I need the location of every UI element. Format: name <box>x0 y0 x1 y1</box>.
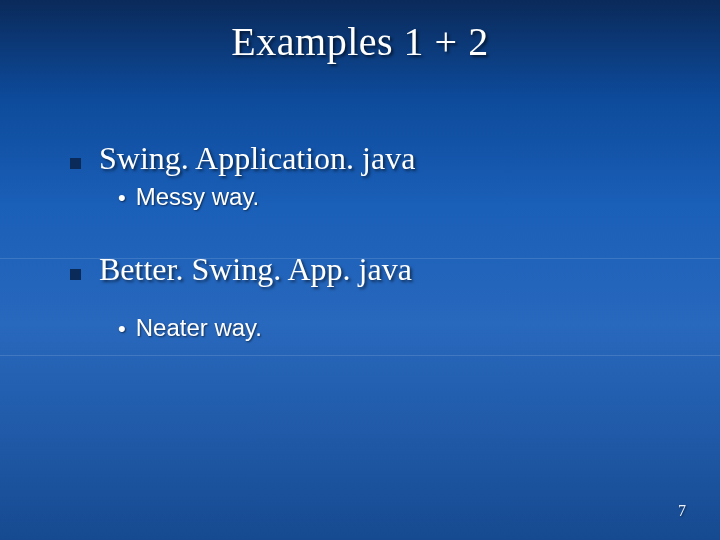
square-bullet-icon <box>70 158 81 169</box>
item-sub: Neater way. <box>136 314 262 342</box>
dot-bullet-icon: • <box>118 318 126 340</box>
list-item: Better. Swing. App. java • Neater way. <box>70 251 660 342</box>
bullet-level-2: • Neater way. <box>118 314 660 342</box>
slide-body: Swing. Application. java • Messy way. Be… <box>70 140 660 382</box>
bullet-level-2: • Messy way. <box>118 183 660 211</box>
slide-title: Examples 1 + 2 <box>0 18 720 65</box>
square-bullet-icon <box>70 269 81 280</box>
list-item: Swing. Application. java • Messy way. <box>70 140 660 211</box>
item-sub: Messy way. <box>136 183 260 211</box>
item-heading: Better. Swing. App. java <box>99 251 412 288</box>
item-heading: Swing. Application. java <box>99 140 415 177</box>
dot-bullet-icon: • <box>118 187 126 209</box>
page-number: 7 <box>678 502 686 520</box>
bullet-level-1: Better. Swing. App. java <box>70 251 660 288</box>
bullet-level-1: Swing. Application. java <box>70 140 660 177</box>
slide: Examples 1 + 2 Swing. Application. java … <box>0 0 720 540</box>
